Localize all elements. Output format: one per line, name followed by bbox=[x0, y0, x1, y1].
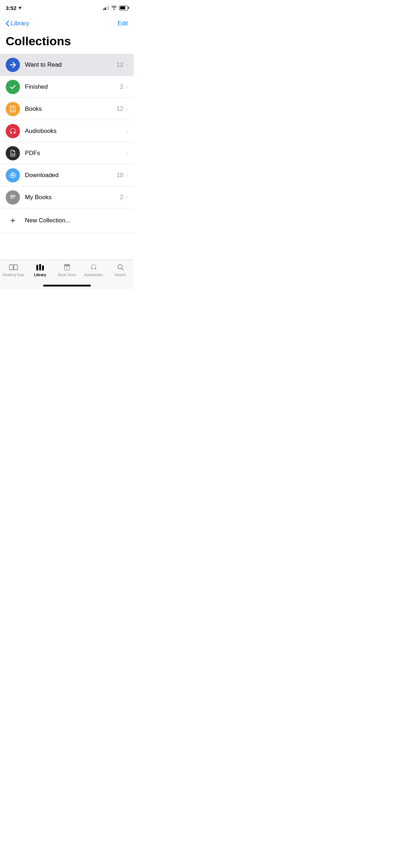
back-chevron-icon bbox=[6, 21, 9, 26]
signal-bars bbox=[103, 6, 109, 10]
back-button[interactable]: Library bbox=[6, 20, 29, 27]
audiobooks-tab-icon bbox=[89, 263, 98, 272]
nav-bar: Library Edit bbox=[0, 16, 134, 31]
collection-item-audiobooks[interactable]: Audiobooks › bbox=[0, 120, 134, 142]
chevron-icon: › bbox=[126, 128, 128, 134]
location-icon bbox=[18, 6, 22, 10]
svg-rect-9 bbox=[94, 268, 96, 269]
battery-icon bbox=[119, 6, 128, 10]
tab-search[interactable]: Search bbox=[107, 263, 134, 277]
svg-rect-5 bbox=[39, 264, 41, 270]
tab-audiobooks[interactable]: Audiobooks bbox=[80, 263, 107, 277]
audiobooks-icon bbox=[6, 124, 20, 138]
chevron-icon: › bbox=[126, 172, 128, 178]
want-to-read-icon bbox=[6, 58, 20, 72]
search-icon bbox=[116, 263, 125, 272]
status-bar: 3:52 bbox=[0, 0, 134, 16]
collections-list: Want to Read 12 › Finished 2 › Books 12 … bbox=[0, 54, 134, 233]
books-icon bbox=[6, 102, 20, 116]
finished-icon bbox=[6, 80, 20, 94]
status-icons bbox=[103, 6, 128, 10]
pdfs-icon: PDF bbox=[6, 146, 20, 160]
downloaded-icon bbox=[6, 168, 20, 182]
chevron-icon: › bbox=[126, 62, 128, 68]
collection-item-books[interactable]: Books 12 › bbox=[0, 98, 134, 120]
plus-icon bbox=[6, 213, 20, 228]
book-store-icon bbox=[63, 263, 71, 272]
svg-rect-4 bbox=[36, 265, 38, 270]
svg-rect-2 bbox=[14, 131, 15, 134]
wifi-icon bbox=[111, 6, 117, 10]
reading-now-icon bbox=[9, 263, 19, 272]
svg-rect-6 bbox=[42, 265, 44, 270]
chevron-icon: › bbox=[126, 84, 128, 90]
page-title: Collections bbox=[0, 31, 134, 54]
tab-library[interactable]: Library bbox=[27, 263, 53, 277]
library-icon bbox=[35, 263, 45, 272]
collection-item-pdfs[interactable]: PDF PDFs › bbox=[0, 142, 134, 164]
chevron-icon: › bbox=[126, 194, 128, 200]
tab-reading-now[interactable]: Reading Now bbox=[0, 263, 27, 277]
collection-item-want-to-read[interactable]: Want to Read 12 › bbox=[0, 54, 134, 76]
chevron-icon: › bbox=[126, 106, 128, 112]
new-collection-button[interactable]: New Collection... bbox=[0, 208, 134, 233]
edit-button[interactable]: Edit bbox=[118, 20, 128, 27]
collection-item-downloaded[interactable]: Downloaded 10 › bbox=[0, 164, 134, 186]
collection-item-finished[interactable]: Finished 2 › bbox=[0, 76, 134, 98]
status-time: 3:52 bbox=[6, 5, 22, 11]
tab-book-store[interactable]: Book Store bbox=[53, 263, 80, 277]
svg-rect-8 bbox=[92, 268, 93, 269]
my-books-icon bbox=[6, 190, 20, 205]
tab-bar: Reading Now Library Book Store Audiobook… bbox=[0, 260, 134, 289]
svg-text:PDF: PDF bbox=[11, 153, 15, 155]
svg-rect-1 bbox=[11, 131, 12, 134]
svg-point-0 bbox=[114, 9, 115, 10]
collection-item-my-books[interactable]: My Books 2 › bbox=[0, 186, 134, 208]
chevron-icon: › bbox=[126, 150, 128, 156]
home-indicator bbox=[43, 285, 91, 286]
